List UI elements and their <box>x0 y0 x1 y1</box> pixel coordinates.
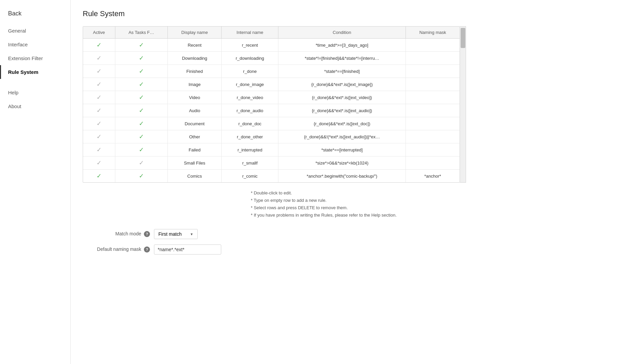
table-row[interactable]: ✓✓Imager_done_image{r_done}&&*ext*.is([e… <box>83 78 460 91</box>
table-row[interactable]: ✓✓Failedr_interrupted*state*==[interrupt… <box>83 143 460 156</box>
check-gray-icon: ✓ <box>96 107 102 114</box>
cell-naming-mask <box>405 104 460 117</box>
default-naming-mask-help-badge[interactable]: ? <box>144 246 150 253</box>
default-naming-mask-row: Default naming mask ? <box>83 244 318 255</box>
cell-display-name: Failed <box>168 143 222 156</box>
table-row[interactable]: ✓✓Finishedr_done*state*==[finished] <box>83 65 460 78</box>
dropdown-arrow-icon: ▼ <box>190 232 193 236</box>
col-condition: Condition <box>278 27 406 39</box>
cell-display-name: Finished <box>168 65 222 78</box>
cell-naming-mask <box>405 78 460 91</box>
sidebar-divider <box>0 79 70 86</box>
note-item: * Select rows and press DELETE to remove… <box>251 204 608 212</box>
scrollbar-thumb[interactable] <box>461 28 465 48</box>
main-content: Rule System Active As Tasks F… Display n… <box>71 0 620 364</box>
check-gray-icon: ✓ <box>96 55 102 61</box>
match-mode-dropdown[interactable]: First match ▼ <box>154 229 198 239</box>
sidebar-item-about[interactable]: About <box>0 99 70 113</box>
cell-condition: {r_done}&&*ext*.is([ext_doc]) <box>278 117 406 130</box>
sidebar-item-interface[interactable]: Interface <box>0 38 70 51</box>
table-row[interactable]: ✓✓Downloadingr_downloading*state*!=[fini… <box>83 52 460 65</box>
sidebar-item-rule-system[interactable]: Rule System <box>0 65 70 79</box>
table-row[interactable]: ✓✓Videor_done_video{r_done}&&*ext*.is([e… <box>83 91 460 104</box>
cell-condition: *size*>0&&*size*<kb(1024) <box>278 156 406 170</box>
rules-table-container: Active As Tasks F… Display name Internal… <box>83 26 460 183</box>
check-gray-icon: ✓ <box>96 146 102 153</box>
check-gray-icon: ✓ <box>96 81 102 88</box>
cell-internal-name: r_recent <box>222 39 278 52</box>
match-mode-value: First match <box>158 231 182 237</box>
table-row[interactable]: ✓✓Small Filesr_smallf*size*>0&&*size*<kb… <box>83 156 460 170</box>
notes-section: * Double-click to edit.* Type on empty r… <box>251 189 608 219</box>
cell-display-name: Small Files <box>168 156 222 170</box>
sidebar-item-extension-filter[interactable]: Extension Filter <box>0 51 70 65</box>
sidebar-item-help[interactable]: Help <box>0 86 70 99</box>
check-green-icon: ✓ <box>139 107 144 114</box>
cell-internal-name: r_done_other <box>222 130 278 143</box>
cell-display-name: Downloading <box>168 52 222 65</box>
rules-table: Active As Tasks F… Display name Internal… <box>83 27 460 182</box>
note-item: * Double-click to edit. <box>251 189 608 197</box>
cell-internal-name: r_downloading <box>222 52 278 65</box>
cell-internal-name: r_done_image <box>222 78 278 91</box>
check-green-icon: ✓ <box>139 81 144 88</box>
cell-internal-name: r_smallf <box>222 156 278 170</box>
check-gray-icon: ✓ <box>96 94 102 101</box>
cell-naming-mask <box>405 143 460 156</box>
cell-internal-name: r_interrupted <box>222 143 278 156</box>
cell-naming-mask: *anchor* <box>405 170 460 183</box>
cell-internal-name: r_comic <box>222 170 278 183</box>
match-mode-row: Match mode ? First match ▼ <box>83 229 318 239</box>
check-green-icon: ✓ <box>96 42 102 48</box>
table-row[interactable]: ✓✓Documentr_done_doc{r_done}&&*ext*.is([… <box>83 117 460 130</box>
table-row[interactable]: ✓✓Otherr_done_other{r_done}&&!(*ext*.is(… <box>83 130 460 143</box>
check-green-icon: ✓ <box>139 120 144 127</box>
check-green-icon: ✓ <box>139 173 144 179</box>
cell-internal-name: r_done_audio <box>222 104 278 117</box>
cell-condition: *state*!=[finished]&&*state*!=[interru… <box>278 52 406 65</box>
match-mode-help-badge[interactable]: ? <box>144 231 150 237</box>
check-green-icon: ✓ <box>139 94 144 101</box>
cell-naming-mask <box>405 65 460 78</box>
cell-display-name: Document <box>168 117 222 130</box>
check-gray-icon: ✓ <box>139 160 144 166</box>
cell-display-name: Image <box>168 78 222 91</box>
bottom-controls: Match mode ? First match ▼ Default namin… <box>83 229 318 255</box>
note-item: * Type on empty row to add a new rule. <box>251 197 608 204</box>
cell-condition: *anchor*.beginwith("comic-backup/") <box>278 170 406 183</box>
cell-display-name: Audio <box>168 104 222 117</box>
cell-condition: {r_done}&&*ext*.is([ext_audio]) <box>278 104 406 117</box>
cell-naming-mask <box>405 130 460 143</box>
cell-condition: {r_done}&&*ext*.is([ext_image]) <box>278 78 406 91</box>
match-mode-label: Match mode ? <box>83 231 150 237</box>
cell-naming-mask <box>405 117 460 130</box>
sidebar-item-general[interactable]: General <box>0 24 70 38</box>
cell-display-name: Video <box>168 91 222 104</box>
check-green-icon: ✓ <box>139 55 144 61</box>
cell-internal-name: r_done_video <box>222 91 278 104</box>
cell-condition: *state*==[interrupted] <box>278 143 406 156</box>
table-row[interactable]: ✓✓Comicsr_comic*anchor*.beginwith("comic… <box>83 170 460 183</box>
default-naming-mask-input[interactable] <box>154 244 221 255</box>
cell-condition: {r_done}&&*ext*.is([ext_video]) <box>278 91 406 104</box>
sidebar: Back General Interface Extension Filter … <box>0 0 71 364</box>
page-title: Rule System <box>83 9 608 18</box>
back-button[interactable]: Back <box>0 7 70 24</box>
cell-naming-mask <box>405 156 460 170</box>
col-active: Active <box>83 27 115 39</box>
check-gray-icon: ✓ <box>96 160 102 166</box>
cell-condition: *state*==[finished] <box>278 65 406 78</box>
check-gray-icon: ✓ <box>96 120 102 127</box>
col-naming-mask: Naming mask <box>405 27 460 39</box>
cell-naming-mask <box>405 91 460 104</box>
cell-display-name: Other <box>168 130 222 143</box>
table-row[interactable]: ✓✓Recentr_recent*time_add*>=[3_days_ago] <box>83 39 460 52</box>
note-item: * If you have problems in writing the Ru… <box>251 212 608 219</box>
scrollbar[interactable] <box>460 26 466 183</box>
cell-display-name: Comics <box>168 170 222 183</box>
default-naming-mask-label: Default naming mask ? <box>83 246 150 253</box>
col-display-name: Display name <box>168 27 222 39</box>
check-green-icon: ✓ <box>139 42 144 48</box>
check-green-icon: ✓ <box>139 146 144 153</box>
table-row[interactable]: ✓✓Audior_done_audio{r_done}&&*ext*.is([e… <box>83 104 460 117</box>
